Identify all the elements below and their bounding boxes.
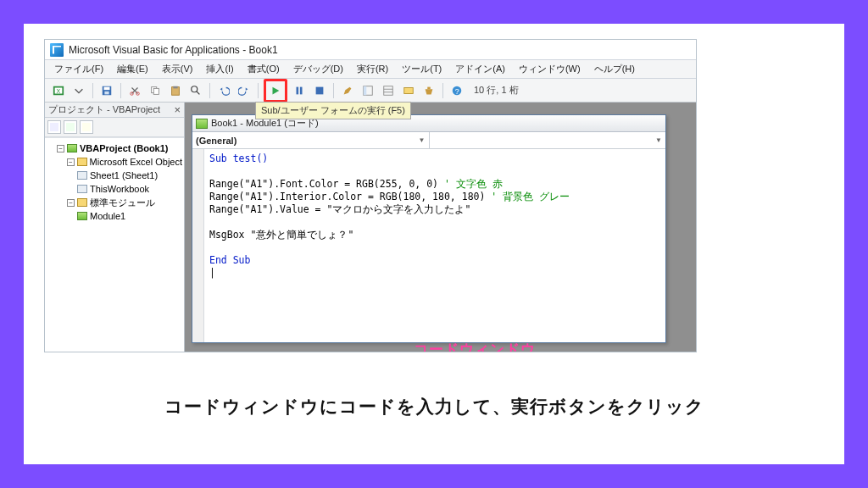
- menu-edit[interactable]: 編集(E): [111, 61, 154, 77]
- close-icon[interactable]: ×: [174, 103, 181, 116]
- run-button[interactable]: [267, 82, 284, 99]
- copy-icon[interactable]: [147, 82, 164, 99]
- undo-icon[interactable]: [215, 82, 232, 99]
- tree-folder-label: 標準モジュール: [90, 196, 155, 209]
- paste-icon[interactable]: [167, 82, 184, 99]
- chevron-down-icon: ▼: [655, 136, 662, 144]
- svg-rect-19: [384, 86, 393, 95]
- module-icon: [196, 119, 208, 129]
- menu-format[interactable]: 書式(O): [242, 61, 286, 77]
- svg-rect-16: [316, 86, 324, 94]
- mdi-area: Book1 - Module1 (コード) (General) ▼ ▼: [185, 103, 696, 352]
- svg-rect-4: [104, 86, 110, 90]
- tutorial-card: Microsoft Visual Basic for Applications …: [24, 24, 844, 464]
- svg-rect-15: [300, 86, 303, 94]
- cut-icon[interactable]: [126, 82, 143, 99]
- workbook-icon: [77, 185, 87, 193]
- project-tree: − VBAProject (Book1) − Microsoft Excel O: [45, 137, 184, 352]
- project-explorer-title-text: プロジェクト - VBAProject: [48, 103, 160, 116]
- menu-window[interactable]: ウィンドウ(W): [513, 61, 587, 77]
- svg-text:?: ?: [455, 86, 459, 95]
- view-object-icon[interactable]: [64, 120, 77, 134]
- svg-rect-26: [50, 123, 58, 131]
- properties-icon[interactable]: [380, 82, 397, 99]
- object-combobox[interactable]: (General) ▼: [192, 132, 430, 148]
- tree-modules[interactable]: − 標準モジュール: [67, 196, 182, 209]
- toolbar: X ? 10 行, 1 桁: [45, 79, 696, 103]
- sheet-icon: [77, 171, 87, 180]
- module-icon: [77, 212, 87, 220]
- annotation-code-window: コードウィンドウ: [414, 340, 536, 352]
- design-mode-icon[interactable]: [339, 82, 356, 99]
- menu-addins[interactable]: アドイン(A): [449, 61, 511, 77]
- save-icon[interactable]: [98, 82, 115, 99]
- break-icon[interactable]: [291, 82, 308, 99]
- tree-item-label: ThisWorkbook: [90, 182, 149, 196]
- svg-rect-9: [153, 88, 159, 94]
- folder-icon: [77, 158, 87, 166]
- excel-icon[interactable]: X: [50, 82, 67, 99]
- tree-root-label: VBAProject (Book1): [80, 141, 169, 155]
- folder-icon: [77, 198, 87, 207]
- project-explorer-toolbar: [45, 118, 184, 137]
- project-explorer-pane: プロジェクト - VBAProject × − VBAProjec: [45, 103, 185, 352]
- collapse-icon[interactable]: −: [57, 145, 64, 152]
- project-icon: [67, 144, 77, 152]
- window-title: Microsoft Visual Basic for Applications …: [69, 44, 278, 56]
- tree-folder-label: Microsoft Excel Object: [90, 155, 182, 169]
- chevron-down-icon: ▼: [419, 136, 426, 144]
- svg-rect-22: [404, 87, 414, 93]
- toggle-folders-icon[interactable]: [80, 120, 93, 134]
- run-button-highlight: [264, 79, 287, 103]
- svg-rect-5: [104, 91, 108, 94]
- project-explorer-icon[interactable]: [359, 82, 376, 99]
- dropdown-icon[interactable]: [70, 82, 87, 99]
- svg-rect-23: [427, 86, 431, 89]
- code-window: Book1 - Module1 (コード) (General) ▼ ▼: [192, 114, 666, 343]
- tree-item-label: Module1: [90, 209, 125, 223]
- svg-text:X: X: [56, 87, 60, 93]
- cursor-position: 10 行, 1 桁: [474, 84, 519, 97]
- code-gutter: [192, 149, 204, 342]
- redo-icon[interactable]: [236, 82, 253, 99]
- toolbox-icon[interactable]: [420, 82, 437, 99]
- menu-tools[interactable]: ツール(T): [396, 61, 448, 77]
- help-icon[interactable]: ?: [448, 82, 465, 99]
- svg-line-13: [197, 91, 200, 94]
- vba-app-icon: [50, 43, 64, 57]
- object-combobox-value: (General): [196, 136, 236, 146]
- menu-debug[interactable]: デバッグ(D): [287, 61, 349, 77]
- svg-rect-18: [364, 86, 367, 95]
- svg-rect-28: [82, 123, 91, 131]
- menu-view[interactable]: 表示(V): [156, 61, 199, 77]
- svg-point-12: [192, 86, 198, 92]
- tree-excel-objects[interactable]: − Microsoft Excel Object: [67, 155, 182, 169]
- tree-module1[interactable]: Module1: [77, 209, 182, 223]
- view-code-icon[interactable]: [47, 120, 61, 134]
- tutorial-caption: コードウィンドウにコードを入力して、実行ボタンをクリック: [42, 395, 826, 419]
- menu-bar: ファイル(F) 編集(E) 表示(V) 挿入(I) 書式(O) デバッグ(D) …: [45, 60, 696, 79]
- menu-file[interactable]: ファイル(F): [48, 61, 109, 77]
- svg-rect-11: [173, 86, 177, 88]
- tree-thisworkbook[interactable]: ThisWorkbook: [77, 182, 182, 196]
- tree-root[interactable]: − VBAProject (Book1): [57, 141, 182, 155]
- menu-run[interactable]: 実行(R): [351, 61, 394, 77]
- svg-rect-14: [297, 86, 299, 94]
- code-editor[interactable]: Sub test() Range("A1").Font.Color = RGB(…: [204, 149, 665, 342]
- reset-icon[interactable]: [311, 82, 328, 99]
- find-icon[interactable]: [187, 82, 204, 99]
- object-browser-icon[interactable]: [400, 82, 417, 99]
- collapse-icon[interactable]: −: [67, 199, 75, 207]
- window-titlebar: Microsoft Visual Basic for Applications …: [45, 40, 696, 60]
- svg-rect-27: [66, 123, 75, 131]
- tree-item-label: Sheet1 (Sheet1): [90, 169, 158, 182]
- vbe-window: Microsoft Visual Basic for Applications …: [44, 39, 697, 352]
- project-explorer-title: プロジェクト - VBAProject ×: [45, 103, 184, 118]
- menu-help[interactable]: ヘルプ(H): [588, 61, 641, 77]
- tree-sheet1[interactable]: Sheet1 (Sheet1): [77, 169, 182, 182]
- collapse-icon[interactable]: −: [67, 158, 75, 166]
- run-tooltip: Sub/ユーザー フォームの実行 (F5): [255, 102, 411, 119]
- procedure-combobox[interactable]: ▼: [430, 132, 666, 148]
- menu-insert[interactable]: 挿入(I): [200, 61, 239, 77]
